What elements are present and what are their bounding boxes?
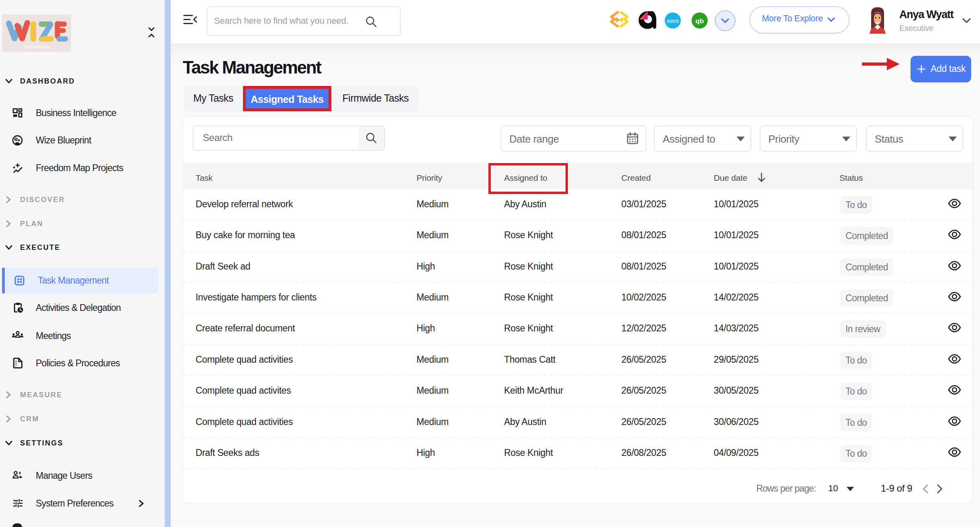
svg-text:wizementoring: wizementoring [24, 45, 50, 49]
svg-text:xero: xero [667, 17, 679, 24]
svg-text:qb: qb [696, 17, 704, 25]
